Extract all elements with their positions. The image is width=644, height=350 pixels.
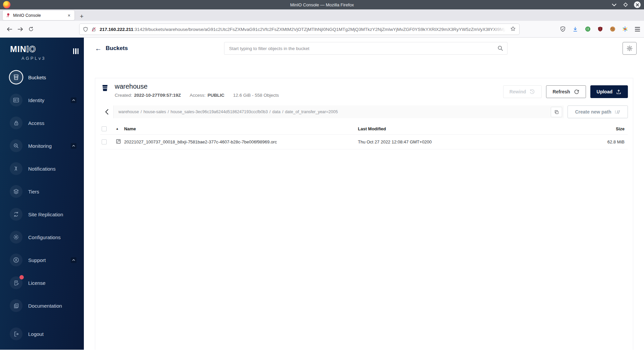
- rewind-button[interactable]: Rewind: [503, 85, 542, 98]
- new-tab-button[interactable]: +: [78, 13, 86, 19]
- url-host: 217.160.222.211: [100, 27, 133, 32]
- object-file-icon: [116, 139, 121, 145]
- url-text: 217.160.222.211:31429/buckets/warehouse/…: [100, 27, 508, 32]
- sidebar-item-license[interactable]: License: [0, 271, 84, 294]
- bucket-header: warehouse Created:2022-10-27T09:57:19Z A…: [95, 78, 633, 98]
- bookmark-star-icon[interactable]: [510, 26, 516, 33]
- back-label: Buckets: [106, 45, 128, 52]
- maximize-button[interactable]: [623, 2, 629, 8]
- table-row[interactable]: 20221027_100737_00018_b8xji-7581bae2-377…: [100, 135, 628, 149]
- sidebar-item-label: Site Replication: [28, 212, 63, 217]
- objects-table: ▲ Name Last Modified Size 20221027_10073: [100, 123, 628, 149]
- back-to-buckets-link[interactable]: ← Buckets: [95, 38, 128, 59]
- sidebar-item-access[interactable]: Access: [0, 112, 84, 134]
- sidebar-item-label: Configurations: [28, 234, 61, 240]
- os-titlebar: MinIO Console — Mozilla Firefox: [0, 0, 644, 9]
- license-tag: AGPLv3: [21, 56, 84, 61]
- sidebar-item-site-replication[interactable]: Site Replication: [0, 203, 84, 226]
- sidebar-item-documentation[interactable]: Documentation: [0, 294, 84, 317]
- back-nav-icon[interactable]: [4, 24, 15, 35]
- sidebar-item-monitoring[interactable]: Monitoring: [0, 134, 84, 157]
- create-new-path-button[interactable]: Create new path: [568, 105, 628, 118]
- browser-tab-bar: MinIO Console × +: [0, 9, 644, 21]
- tab-minio-console[interactable]: MinIO Console ×: [3, 10, 74, 20]
- access-value: PUBLIC: [208, 93, 224, 98]
- breadcrumb-segment[interactable]: warehouse: [118, 110, 139, 114]
- sidebar-item-notifications[interactable]: Notifications: [0, 157, 84, 180]
- sidebar-item-label: Logout: [28, 331, 44, 337]
- rewind-label: Rewind: [509, 89, 526, 94]
- column-header-size[interactable]: Size: [561, 126, 628, 131]
- path-icon: [614, 110, 621, 115]
- created-value: 2022-10-27T09:57:19Z: [134, 93, 181, 98]
- object-last-modified: Thu Oct 27 2022 12:08:47 GMT+0200: [358, 139, 561, 144]
- privacy-shield-check-icon[interactable]: [559, 26, 566, 33]
- license-alert-badge: [19, 275, 24, 279]
- chevron-up-icon[interactable]: [71, 97, 76, 103]
- reload-icon[interactable]: [25, 24, 36, 35]
- tab-title: MinIO Console: [13, 13, 64, 18]
- extension-green-icon[interactable]: [584, 26, 591, 33]
- sidebar-item-logout[interactable]: Logout: [0, 322, 84, 345]
- close-button[interactable]: [634, 1, 641, 8]
- upload-button[interactable]: Upload: [590, 85, 628, 98]
- column-header-name[interactable]: Name: [124, 126, 136, 131]
- column-header-last-modified[interactable]: Last Modified: [358, 126, 561, 131]
- object-name[interactable]: 20221027_100737_00018_b8xji-7581bae2-377…: [124, 139, 277, 144]
- forward-nav-icon[interactable]: [15, 24, 25, 35]
- url-path: :31429/buckets/warehouse/browse/aG91c2Ut…: [133, 27, 508, 32]
- copy-icon: [554, 110, 559, 115]
- logout-icon: [13, 331, 19, 337]
- refresh-icon: [574, 89, 580, 95]
- breadcrumb-segment[interactable]: date_of_transfer_year=2005: [285, 110, 338, 114]
- breadcrumb-segment[interactable]: house_sales-3ec96c19a6244d5186247193cccf…: [171, 110, 268, 114]
- copy-path-button[interactable]: [551, 107, 562, 117]
- bucket-icon: [13, 74, 19, 81]
- tracking-protection-shield-icon[interactable]: [83, 27, 88, 32]
- sidebar-item-identity[interactable]: Identity: [0, 89, 84, 112]
- insecure-lock-icon[interactable]: [91, 27, 96, 32]
- lock-icon: [13, 120, 19, 126]
- sidebar-item-label: Notifications: [28, 166, 56, 172]
- filter-objects-input[interactable]: [224, 42, 507, 55]
- tab-close-icon[interactable]: ×: [66, 12, 72, 18]
- chevron-up-icon[interactable]: [71, 257, 76, 263]
- sidebar-item-label: Support: [28, 257, 46, 263]
- tiers-layers-icon: [13, 188, 19, 195]
- logo-io: IO: [26, 44, 36, 54]
- breadcrumb-segment[interactable]: data: [272, 110, 280, 114]
- sidebar-item-label: Buckets: [28, 75, 46, 80]
- sidebar-item-label: Access: [28, 120, 44, 126]
- identity-card-icon: [13, 97, 19, 103]
- cookie-extension-icon[interactable]: [609, 26, 616, 33]
- minio-logo: MINIO AGPLv3: [0, 38, 84, 66]
- sidebar-item-support[interactable]: Support: [0, 249, 84, 271]
- breadcrumb-bar: warehouse/house-sales/house_sales-3ec96c…: [100, 105, 564, 118]
- url-bar[interactable]: 217.160.222.211:31429/buckets/warehouse/…: [79, 24, 520, 35]
- select-all-checkbox[interactable]: [102, 126, 107, 131]
- settings-gear-button[interactable]: [623, 42, 637, 55]
- sidebar-item-tiers[interactable]: Tiers: [0, 180, 84, 203]
- sort-ascending-icon[interactable]: ▲: [116, 127, 119, 130]
- refresh-button[interactable]: Refresh: [546, 85, 586, 98]
- table-header-row: ▲ Name Last Modified Size: [100, 123, 628, 135]
- chevron-up-icon[interactable]: [71, 143, 76, 149]
- gear-icon: [13, 234, 19, 240]
- screen: MinIO Console — Mozilla Firefox MinIO Co…: [0, 0, 644, 350]
- sidebar-item-configurations[interactable]: Configurations: [0, 226, 84, 249]
- license-document-icon: [13, 280, 19, 286]
- refresh-label: Refresh: [552, 89, 570, 94]
- sidebar-item-label: License: [28, 280, 46, 286]
- downloads-icon[interactable]: [572, 26, 579, 33]
- colorful-extension-icon[interactable]: [622, 26, 628, 33]
- support-person-icon: [13, 257, 19, 263]
- console-header: ← Buckets: [84, 38, 644, 59]
- sidebar-collapse-icon[interactable]: [73, 48, 79, 54]
- breadcrumb-segment[interactable]: house-sales: [144, 110, 166, 114]
- path-back-button[interactable]: [100, 105, 114, 118]
- sidebar-item-buckets[interactable]: Buckets: [0, 66, 84, 89]
- ublock-shield-icon[interactable]: [597, 26, 603, 33]
- hamburger-menu-icon[interactable]: [634, 26, 641, 33]
- minimize-button[interactable]: [611, 2, 617, 8]
- row-checkbox[interactable]: [102, 139, 107, 144]
